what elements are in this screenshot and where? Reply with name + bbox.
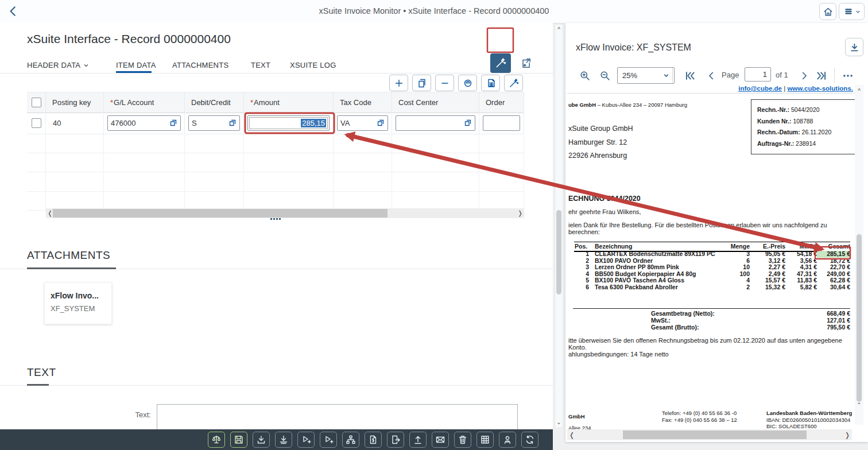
invoice-column-header: E.-Preis — [750, 243, 785, 250]
scroll-down-icon[interactable]: ⌄ — [855, 398, 863, 406]
debit-credit-input[interactable]: S — [188, 115, 240, 131]
email-link[interactable]: info@cube.de — [738, 85, 782, 92]
value-help-icon[interactable] — [464, 119, 472, 127]
column-header: *Amount — [244, 92, 334, 113]
copy-table-button[interactable] — [481, 75, 500, 91]
play-create-button[interactable] — [320, 432, 337, 448]
page-label: Page — [722, 71, 739, 79]
tab-attachments[interactable]: ATTACHMENTS — [172, 61, 228, 69]
cost-center-input[interactable] — [396, 115, 475, 131]
layers-button[interactable] — [458, 75, 477, 91]
website-link[interactable]: www.cube-solutions. — [787, 85, 853, 92]
grid-button[interactable] — [476, 432, 494, 448]
home-button[interactable] — [819, 3, 836, 20]
price-document-button[interactable] — [365, 432, 382, 448]
invoice-column-header: Menge — [724, 243, 750, 250]
resize-grip[interactable] — [270, 218, 281, 220]
magic-wand-icon — [495, 57, 506, 69]
column-header: Cost Center — [392, 92, 479, 113]
shell-menu-button[interactable] — [839, 3, 865, 20]
user-button[interactable] — [499, 432, 516, 448]
scroll-up-icon[interactable]: ^ — [855, 87, 863, 95]
viewer-title: xFlow Invoice: XF_SYSTEM — [576, 42, 691, 53]
import-button[interactable] — [275, 432, 292, 448]
auto-fill-button[interactable] — [490, 53, 511, 73]
total-gross-value: 795,50 € — [768, 324, 850, 331]
scrollbar-thumb[interactable] — [53, 209, 388, 218]
row-checkbox[interactable] — [32, 118, 41, 128]
upload-button[interactable] — [409, 432, 427, 448]
column-header: Posting key — [46, 92, 104, 113]
order-input[interactable] — [483, 115, 520, 131]
zoom-out-button[interactable] — [597, 68, 613, 84]
tab-header-data[interactable]: HEADER DATA — [27, 61, 89, 69]
delete-button[interactable] — [454, 432, 471, 448]
value-help-icon[interactable] — [377, 119, 385, 127]
tab-xsuite-log[interactable]: XSUITE LOG — [290, 61, 336, 69]
import-icon — [278, 435, 289, 445]
scroll-left-icon[interactable]: ❬ — [567, 431, 576, 439]
footer-toolbar — [0, 429, 553, 450]
scroll-right-icon[interactable]: ❭ — [843, 431, 852, 439]
gl-account-input[interactable]: 476000 — [107, 115, 181, 131]
add-button[interactable] — [389, 75, 408, 91]
page-number-input[interactable] — [745, 67, 771, 82]
copy-button[interactable] — [412, 75, 431, 91]
next-page-button[interactable] — [796, 68, 812, 84]
email-button[interactable] — [432, 432, 449, 448]
previous-page-button[interactable] — [703, 68, 719, 84]
forward-document-button[interactable] — [387, 432, 404, 448]
value-help-icon[interactable] — [169, 119, 177, 127]
zoom-level-select[interactable]: 25% — [617, 67, 675, 84]
org-chart-button[interactable] — [342, 432, 359, 448]
tab-item-data[interactable]: ITEM DATA — [116, 61, 156, 69]
amount-input[interactable]: 285,15 — [247, 115, 330, 131]
attachment-subtitle: XF_SYSTEM — [51, 304, 106, 313]
previous-page-icon — [706, 71, 716, 81]
pin-button[interactable] — [517, 54, 535, 72]
tax-code-input[interactable]: VA — [337, 115, 388, 131]
balance-button[interactable] — [208, 432, 225, 448]
download-button[interactable] — [253, 432, 270, 448]
scroll-up-icon[interactable]: ^ — [555, 26, 563, 34]
panel-vertical-scrollbar[interactable]: ^ ⌄ — [555, 24, 563, 428]
text-input[interactable] — [157, 404, 518, 429]
attachment-card[interactable]: xFlow Invo... XF_SYSTEM — [44, 282, 112, 324]
invoice-item-row: 5BX100 PAVO Taschen A4 Gloss415,57 €11,8… — [574, 277, 850, 284]
tab-text[interactable]: TEXT — [251, 61, 270, 69]
remove-icon — [440, 78, 450, 88]
divider — [0, 73, 553, 73]
zoom-in-button[interactable] — [577, 68, 593, 84]
chevron-down-icon — [83, 63, 89, 68]
tab-label: HEADER DATA — [27, 61, 80, 69]
scrollbar-thumb[interactable] — [623, 430, 807, 439]
save-icon — [234, 435, 244, 445]
play-add-button[interactable] — [297, 432, 315, 448]
total-net-value: 668,49 € — [768, 310, 850, 317]
remove-button[interactable] — [435, 75, 454, 91]
toolbar-separator — [834, 68, 835, 83]
save-button[interactable] — [230, 432, 247, 448]
last-page-button[interactable] — [813, 68, 830, 84]
pdf-horizontal-scrollbar[interactable]: ❬ ❭ — [567, 429, 852, 440]
scrollbar-thumb[interactable] — [556, 210, 561, 294]
first-page-button[interactable] — [682, 68, 698, 84]
zoom-out-icon — [599, 70, 611, 82]
last-page-icon — [816, 70, 827, 82]
value-help-icon[interactable] — [228, 119, 237, 127]
pdf-vertical-scrollbar[interactable]: ^ ⌄ — [855, 85, 863, 425]
refresh-button[interactable] — [521, 432, 538, 448]
scrollbar-thumb[interactable] — [857, 234, 862, 402]
tab-label: ATTACHMENTS — [172, 61, 228, 69]
select-all-checkbox[interactable] — [32, 98, 41, 107]
overflow-menu-button[interactable] — [840, 68, 856, 84]
download-button[interactable] — [845, 38, 863, 56]
scroll-right-icon[interactable]: ❭ — [516, 208, 524, 218]
column-header: Order — [479, 92, 524, 113]
auto-fill-button[interactable] — [504, 75, 523, 91]
table-horizontal-scrollbar[interactable]: ❬ ❭ — [46, 208, 524, 218]
first-page-icon — [684, 70, 696, 82]
scroll-down-icon[interactable]: ⌄ — [555, 418, 563, 426]
add-icon — [394, 78, 404, 88]
item-table-header: Posting key *G/L Account Debit/Credit *A… — [27, 92, 524, 113]
